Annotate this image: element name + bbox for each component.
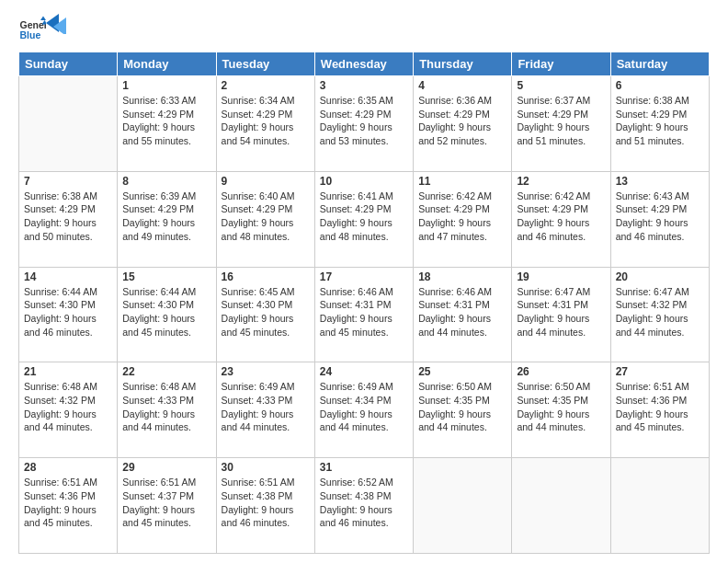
day-info: Sunrise: 6:48 AM Sunset: 4:33 PM Dayligh… [122, 380, 210, 434]
day-info: Sunrise: 6:50 AM Sunset: 4:35 PM Dayligh… [517, 380, 605, 434]
logo-arrow-icon [46, 14, 66, 34]
calendar-cell: 9Sunrise: 6:40 AM Sunset: 4:29 PM Daylig… [216, 171, 314, 267]
day-number: 29 [122, 461, 210, 474]
calendar-cell [610, 458, 709, 554]
weekday-header-row: SundayMondayTuesdayWednesdayThursdayFrid… [19, 52, 710, 76]
day-number: 3 [320, 79, 408, 92]
day-number: 19 [517, 270, 605, 283]
day-number: 17 [320, 270, 408, 283]
week-row-2: 7Sunrise: 6:38 AM Sunset: 4:29 PM Daylig… [19, 171, 710, 267]
day-info: Sunrise: 6:44 AM Sunset: 4:30 PM Dayligh… [24, 285, 112, 339]
calendar-table: SundayMondayTuesdayWednesdayThursdayFrid… [18, 52, 710, 554]
calendar-cell: 31Sunrise: 6:52 AM Sunset: 4:38 PM Dayli… [314, 458, 413, 554]
week-row-4: 21Sunrise: 6:48 AM Sunset: 4:32 PM Dayli… [19, 362, 710, 458]
day-number: 6 [616, 79, 704, 92]
page: General Blue SundayMondayTuesdayWednesda… [0, 0, 728, 563]
week-row-3: 14Sunrise: 6:44 AM Sunset: 4:30 PM Dayli… [19, 267, 710, 362]
calendar-cell: 5Sunrise: 6:37 AM Sunset: 4:29 PM Daylig… [512, 76, 610, 172]
day-number: 10 [320, 175, 408, 188]
day-number: 25 [418, 365, 506, 378]
weekday-header-sunday: Sunday [19, 52, 118, 76]
calendar-cell: 19Sunrise: 6:47 AM Sunset: 4:31 PM Dayli… [512, 267, 610, 362]
day-number: 22 [122, 365, 210, 378]
day-info: Sunrise: 6:52 AM Sunset: 4:38 PM Dayligh… [320, 476, 408, 530]
calendar-cell [512, 458, 610, 554]
calendar-cell: 25Sunrise: 6:50 AM Sunset: 4:35 PM Dayli… [414, 362, 512, 458]
day-number: 2 [222, 79, 310, 92]
day-info: Sunrise: 6:51 AM Sunset: 4:37 PM Dayligh… [122, 476, 210, 530]
calendar-cell: 12Sunrise: 6:42 AM Sunset: 4:29 PM Dayli… [512, 171, 610, 267]
calendar-cell: 4Sunrise: 6:36 AM Sunset: 4:29 PM Daylig… [414, 76, 512, 172]
day-number: 13 [616, 175, 704, 188]
day-info: Sunrise: 6:47 AM Sunset: 4:32 PM Dayligh… [616, 285, 704, 339]
day-info: Sunrise: 6:38 AM Sunset: 4:29 PM Dayligh… [24, 190, 112, 244]
day-number: 31 [320, 461, 408, 474]
week-row-1: 1Sunrise: 6:33 AM Sunset: 4:29 PM Daylig… [19, 76, 710, 172]
day-number: 18 [418, 270, 506, 283]
day-number: 7 [24, 175, 112, 188]
calendar-cell: 22Sunrise: 6:48 AM Sunset: 4:33 PM Dayli… [118, 362, 216, 458]
day-info: Sunrise: 6:45 AM Sunset: 4:30 PM Dayligh… [222, 285, 310, 339]
calendar-cell: 21Sunrise: 6:48 AM Sunset: 4:32 PM Dayli… [19, 362, 118, 458]
calendar-cell: 8Sunrise: 6:39 AM Sunset: 4:29 PM Daylig… [118, 171, 216, 267]
calendar-cell: 23Sunrise: 6:49 AM Sunset: 4:33 PM Dayli… [216, 362, 314, 458]
day-number: 23 [222, 365, 310, 378]
day-info: Sunrise: 6:36 AM Sunset: 4:29 PM Dayligh… [418, 94, 506, 148]
day-number: 14 [24, 270, 112, 283]
header: General Blue [18, 15, 710, 42]
calendar-cell [19, 76, 118, 172]
weekday-header-thursday: Thursday [414, 52, 512, 76]
day-number: 15 [122, 270, 210, 283]
day-number: 27 [616, 365, 704, 378]
calendar-cell: 27Sunrise: 6:51 AM Sunset: 4:36 PM Dayli… [610, 362, 709, 458]
calendar-cell: 29Sunrise: 6:51 AM Sunset: 4:37 PM Dayli… [118, 458, 216, 554]
weekday-header-monday: Monday [118, 52, 216, 76]
day-number: 30 [222, 461, 310, 474]
calendar-cell: 26Sunrise: 6:50 AM Sunset: 4:35 PM Dayli… [512, 362, 610, 458]
day-number: 4 [418, 79, 506, 92]
day-info: Sunrise: 6:40 AM Sunset: 4:29 PM Dayligh… [222, 190, 310, 244]
day-info: Sunrise: 6:43 AM Sunset: 4:29 PM Dayligh… [616, 190, 704, 244]
weekday-header-friday: Friday [512, 52, 610, 76]
calendar-cell: 7Sunrise: 6:38 AM Sunset: 4:29 PM Daylig… [19, 171, 118, 267]
day-info: Sunrise: 6:42 AM Sunset: 4:29 PM Dayligh… [418, 190, 506, 244]
day-info: Sunrise: 6:34 AM Sunset: 4:29 PM Dayligh… [222, 94, 310, 148]
calendar-cell: 3Sunrise: 6:35 AM Sunset: 4:29 PM Daylig… [314, 76, 413, 172]
weekday-header-saturday: Saturday [610, 52, 709, 76]
calendar-cell: 1Sunrise: 6:33 AM Sunset: 4:29 PM Daylig… [118, 76, 216, 172]
calendar-cell [414, 458, 512, 554]
day-info: Sunrise: 6:33 AM Sunset: 4:29 PM Dayligh… [122, 94, 210, 148]
day-number: 8 [122, 175, 210, 188]
svg-marker-4 [46, 14, 59, 32]
day-info: Sunrise: 6:51 AM Sunset: 4:36 PM Dayligh… [616, 380, 704, 434]
calendar-cell: 20Sunrise: 6:47 AM Sunset: 4:32 PM Dayli… [610, 267, 709, 362]
day-info: Sunrise: 6:50 AM Sunset: 4:35 PM Dayligh… [418, 380, 506, 434]
day-info: Sunrise: 6:39 AM Sunset: 4:29 PM Dayligh… [122, 190, 210, 244]
day-number: 11 [418, 175, 506, 188]
day-number: 12 [517, 175, 605, 188]
day-number: 9 [222, 175, 310, 188]
day-info: Sunrise: 6:49 AM Sunset: 4:33 PM Dayligh… [222, 380, 310, 434]
weekday-header-tuesday: Tuesday [216, 52, 314, 76]
day-info: Sunrise: 6:46 AM Sunset: 4:31 PM Dayligh… [320, 285, 408, 339]
day-info: Sunrise: 6:48 AM Sunset: 4:32 PM Dayligh… [24, 380, 112, 434]
calendar-cell: 28Sunrise: 6:51 AM Sunset: 4:36 PM Dayli… [19, 458, 118, 554]
day-info: Sunrise: 6:51 AM Sunset: 4:38 PM Dayligh… [222, 476, 310, 530]
day-number: 28 [24, 461, 112, 474]
calendar-cell: 18Sunrise: 6:46 AM Sunset: 4:31 PM Dayli… [414, 267, 512, 362]
day-number: 16 [222, 270, 310, 283]
calendar-cell: 11Sunrise: 6:42 AM Sunset: 4:29 PM Dayli… [414, 171, 512, 267]
day-info: Sunrise: 6:44 AM Sunset: 4:30 PM Dayligh… [122, 285, 210, 339]
day-info: Sunrise: 6:37 AM Sunset: 4:29 PM Dayligh… [517, 94, 605, 148]
weekday-header-wednesday: Wednesday [314, 52, 413, 76]
day-info: Sunrise: 6:38 AM Sunset: 4:29 PM Dayligh… [616, 94, 704, 148]
week-row-5: 28Sunrise: 6:51 AM Sunset: 4:36 PM Dayli… [19, 458, 710, 554]
day-number: 21 [24, 365, 112, 378]
day-number: 1 [122, 79, 210, 92]
day-info: Sunrise: 6:51 AM Sunset: 4:36 PM Dayligh… [24, 476, 112, 530]
day-info: Sunrise: 6:47 AM Sunset: 4:31 PM Dayligh… [517, 285, 605, 339]
day-number: 5 [517, 79, 605, 92]
day-number: 26 [517, 365, 605, 378]
day-info: Sunrise: 6:42 AM Sunset: 4:29 PM Dayligh… [517, 190, 605, 244]
calendar-cell: 10Sunrise: 6:41 AM Sunset: 4:29 PM Dayli… [314, 171, 413, 267]
